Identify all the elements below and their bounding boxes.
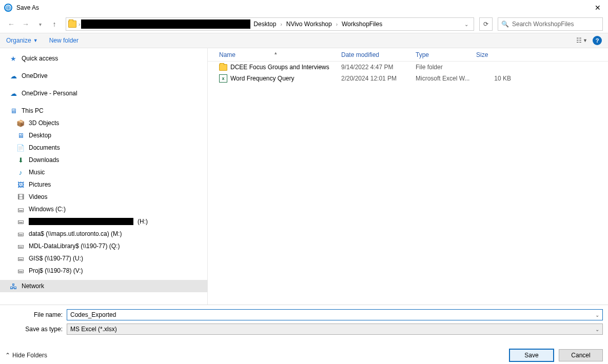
tree-this-pc[interactable]: 🖥This PC [0, 105, 207, 117]
folder-tree[interactable]: ★Quick access ☁OneDrive ☁OneDrive - Pers… [0, 48, 208, 305]
file-row[interactable]: xWord Frequency Query2/20/2024 12:01 PMM… [208, 73, 608, 84]
tree-windows-c[interactable]: 🖴Windows (C:) [0, 203, 207, 215]
col-header-size[interactable]: Size [476, 51, 517, 58]
chevron-up-icon: ⌃ [5, 352, 10, 359]
nav-bar: ← → ▾ ↑ › Desktop › NVivo Workshop › Wor… [0, 15, 608, 33]
folder-icon [219, 64, 227, 71]
star-icon: ★ [9, 54, 17, 63]
file-name-field[interactable]: ⌄ [67, 309, 603, 320]
drive-icon: 🖴 [16, 242, 25, 250]
file-name: Word Frequency Query [230, 75, 295, 82]
col-header-type[interactable]: Type [416, 51, 476, 58]
toolbar: Organize ▼ New folder ☷ ▼ ? [0, 33, 608, 48]
file-type: File folder [416, 64, 476, 71]
tree-pictures[interactable]: 🖼Pictures [0, 178, 207, 191]
footer: File name: ⌄ Save as type: MS Excel (*.x… [0, 305, 608, 364]
tree-quick-access[interactable]: ★Quick access [0, 52, 207, 65]
main-pane: ★Quick access ☁OneDrive ☁OneDrive - Pers… [0, 48, 608, 305]
search-input[interactable]: 🔍 Search WorkshopFiles [498, 17, 603, 31]
up-icon[interactable]: ↑ [48, 18, 61, 30]
tree-documents[interactable]: 📄Documents [0, 141, 207, 154]
chevron-right-icon[interactable]: › [77, 22, 81, 27]
new-folder-button[interactable]: New folder [49, 37, 79, 44]
drive-icon: 🖴 [16, 230, 25, 238]
tree-onedrive-personal[interactable]: ☁OneDrive - Personal [0, 87, 207, 99]
refresh-icon[interactable]: ⟳ [479, 17, 493, 31]
title-bar: Save As ✕ [0, 0, 608, 15]
cloud-icon: ☁ [9, 89, 17, 97]
close-icon[interactable]: ✕ [592, 3, 604, 13]
search-icon: 🔍 [501, 21, 509, 28]
app-icon [4, 4, 12, 12]
address-bar[interactable]: › Desktop › NVivo Workshop › WorkshopFil… [66, 17, 474, 31]
file-size: 10 KB [476, 75, 517, 82]
recent-dropdown-icon[interactable]: ▾ [34, 18, 46, 30]
tree-drive-h[interactable]: 🖴(H:) [0, 215, 207, 228]
col-header-name[interactable]: ▴Name [208, 51, 341, 58]
picture-icon: 🖼 [16, 180, 25, 189]
chevron-down-icon[interactable]: ⌄ [595, 327, 599, 332]
tree-drive-proj[interactable]: 🖴Proj$ (\\190-78) (V:) [0, 265, 207, 277]
view-options-button[interactable]: ☷ ▼ [576, 37, 587, 44]
drive-icon: 🖴 [16, 254, 25, 262]
tree-drive-gis[interactable]: 🖴GIS$ (\\190-77) (U:) [0, 252, 207, 265]
col-header-date[interactable]: Date modified [341, 51, 416, 58]
search-placeholder: Search WorkshopFiles [512, 21, 574, 28]
chevron-right-icon[interactable]: › [279, 22, 283, 27]
video-icon: 🎞 [16, 193, 25, 201]
redacted-path [81, 19, 250, 29]
file-list[interactable]: ▴Name Date modified Type Size DCEE Focus… [208, 48, 608, 305]
monitor-icon: 🖥 [9, 107, 17, 115]
tree-network[interactable]: 🖧Network [0, 280, 207, 292]
save-as-type-label: Save as type: [5, 326, 67, 333]
save-button[interactable]: Save [509, 349, 554, 361]
forward-icon: → [19, 18, 32, 30]
save-as-type-select[interactable]: MS Excel (*.xlsx) ⌄ [67, 323, 603, 335]
chevron-down-icon[interactable]: ⌄ [595, 312, 599, 318]
file-name-label: File name: [5, 311, 67, 318]
tree-videos[interactable]: 🎞Videos [0, 191, 207, 203]
tree-drive-mdl[interactable]: 🖴MDL-DataLibrary$ (\\190-77) (Q:) [0, 240, 207, 252]
redacted-label [29, 218, 133, 225]
sort-asc-icon: ▴ [274, 50, 277, 55]
file-row[interactable]: DCEE Focus Groups and Interviews9/14/202… [208, 62, 608, 73]
drive-icon: 🖴 [16, 217, 25, 226]
tree-3d-objects[interactable]: 📦3D Objects [0, 117, 207, 129]
tree-music[interactable]: ♪Music [0, 166, 207, 178]
chevron-right-icon[interactable]: › [335, 22, 339, 27]
help-icon[interactable]: ? [593, 36, 602, 45]
file-date: 2/20/2024 12:01 PM [341, 75, 416, 82]
download-icon: ⬇ [16, 156, 25, 164]
organize-button[interactable]: Organize ▼ [6, 37, 38, 44]
excel-icon: x [219, 74, 227, 83]
back-icon[interactable]: ← [5, 18, 17, 30]
chevron-down-icon: ▼ [33, 38, 38, 43]
breadcrumb-nvivo[interactable]: NVivo Workshop [283, 19, 335, 29]
folder-icon [68, 21, 76, 28]
tree-drive-data[interactable]: 🖴data$ (\\maps.utl.utoronto.ca) (M:) [0, 228, 207, 240]
cloud-icon: ☁ [9, 72, 17, 80]
tree-downloads[interactable]: ⬇Downloads [0, 154, 207, 166]
window-title: Save As [16, 4, 39, 11]
desktop-icon: 🖥 [16, 131, 25, 139]
network-icon: 🖧 [9, 282, 17, 290]
file-date: 9/14/2022 4:47 PM [341, 64, 416, 71]
tree-desktop[interactable]: 🖥Desktop [0, 129, 207, 141]
file-type: Microsoft Excel W... [416, 75, 476, 82]
tree-onedrive[interactable]: ☁OneDrive [0, 70, 207, 82]
breadcrumb-desktop[interactable]: Desktop [250, 19, 279, 29]
cancel-button[interactable]: Cancel [559, 349, 603, 361]
file-name: DCEE Focus Groups and Interviews [230, 64, 329, 71]
save-as-type-value: MS Excel (*.xlsx) [70, 326, 117, 333]
drive-icon: 🖴 [16, 267, 25, 275]
address-dropdown-icon[interactable]: ⌄ [461, 22, 472, 27]
music-icon: ♪ [16, 168, 25, 176]
disk-icon: 🖴 [16, 205, 25, 213]
breadcrumb-workshopfiles[interactable]: WorkshopFiles [339, 19, 385, 29]
file-name-input[interactable] [70, 311, 599, 318]
hide-folders-button[interactable]: ⌃ Hide Folders [5, 352, 47, 359]
column-headers[interactable]: ▴Name Date modified Type Size [208, 48, 608, 62]
document-icon: 📄 [16, 144, 25, 152]
cube-icon: 📦 [16, 119, 25, 127]
